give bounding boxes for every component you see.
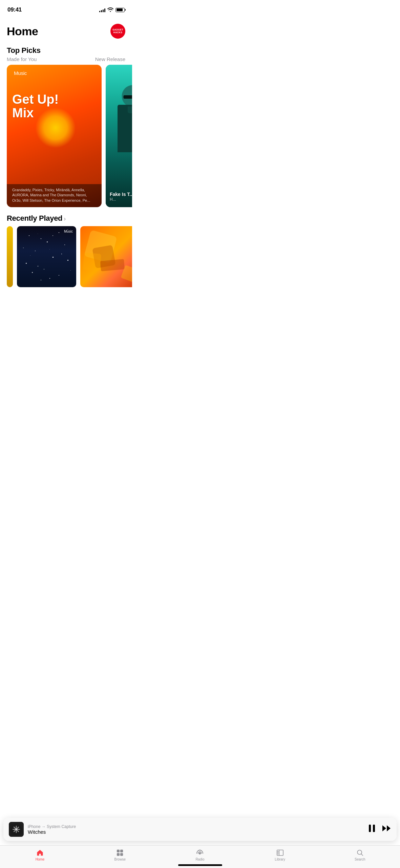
new-release-card[interactable]: Fake Is T... H... (106, 65, 132, 207)
main-card-content: Music Get Up! Mix Grandaddy, Pixies, Tri… (7, 65, 102, 207)
status-icons (99, 7, 125, 13)
second-card-label: Fake Is T... (110, 192, 132, 197)
recently-played-cards: Music (0, 226, 132, 287)
orange-shape-4 (100, 259, 125, 271)
section-subtitle-row: Made for You New Release (0, 56, 132, 65)
stars-overlay (17, 226, 76, 287)
get-up-mix-card[interactable]: Music Get Up! Mix Grandaddy, Pixies, Tri… (7, 65, 102, 207)
profile-badge-text: GADGETHACKS (112, 28, 123, 34)
signal-bar-4 (104, 8, 105, 12)
top-picks-title: Top Picks (7, 46, 125, 55)
recently-played-title: Recently Played (7, 214, 62, 223)
signal-bar-1 (99, 11, 100, 12)
profile-badge[interactable]: GADGETHACKS (110, 24, 125, 39)
apple-music-badge: Music (63, 230, 73, 233)
card-title-line1: Get Up! (12, 93, 96, 106)
orange-card-background (80, 226, 132, 287)
signal-bar-3 (103, 9, 104, 12)
second-card-sublabel: H... (110, 197, 132, 202)
page-header: Home GADGETHACKS (0, 17, 132, 42)
stars-card-background: Music (17, 226, 76, 287)
page-title: Home (7, 25, 38, 38)
card-description: Grandaddy, Pixies, Tricky, Mïrändä, Anne… (12, 188, 96, 203)
signal-bar-2 (101, 10, 102, 12)
subtitle-made-for-you: Made for You (7, 56, 37, 62)
subtitle-new-release: New Release (95, 56, 125, 62)
battery-fill (117, 8, 123, 11)
status-time: 09:41 (7, 6, 22, 13)
orange-shape-3 (83, 253, 101, 271)
apple-music-logo: Music (12, 70, 96, 76)
card-description-overlay: Grandaddy, Pixies, Tricky, Mïrändä, Anne… (7, 184, 102, 207)
recent-card-orange[interactable] (80, 226, 132, 287)
wifi-icon (107, 7, 113, 13)
apple-badge-text: Music (64, 230, 73, 233)
top-picks-section-header: Top Picks (0, 42, 132, 56)
status-bar: 09:41 (0, 0, 132, 17)
card-title-line2: Mix (12, 106, 96, 120)
recent-card-partial[interactable] (7, 226, 13, 287)
second-card-background: Fake Is T... H... (106, 65, 132, 207)
signal-bars-icon (99, 8, 105, 12)
battery-icon (115, 8, 125, 12)
apple-music-label: Music (14, 70, 27, 76)
recent-card-stars[interactable]: Music (17, 226, 76, 287)
main-card-background: Music Get Up! Mix Grandaddy, Pixies, Tri… (7, 65, 102, 207)
recently-played-chevron-icon: › (64, 215, 66, 222)
second-card-text-area: Fake Is T... H... (110, 192, 132, 202)
recently-played-header[interactable]: Recently Played › (0, 207, 132, 226)
top-picks-cards: Music Get Up! Mix Grandaddy, Pixies, Tri… (0, 65, 132, 207)
